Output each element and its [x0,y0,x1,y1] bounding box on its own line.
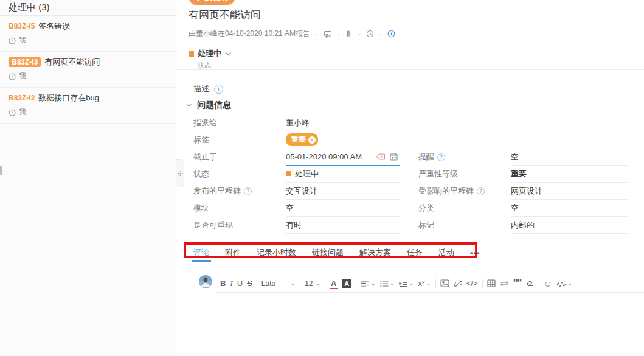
italic-button[interactable]: I [230,279,232,288]
insert-link-button[interactable] [454,279,462,288]
horizontal-rule-button[interactable] [500,280,509,287]
tab-activity[interactable]: 活动 [438,243,454,262]
code-button[interactable]: </> [466,279,478,288]
issue-id: B83Z-I5 [9,22,35,30]
tab-attachments[interactable]: 附件 [225,243,241,262]
comment-icon[interactable] [324,30,332,38]
clock-icon [9,109,16,116]
eraser-icon [525,279,535,287]
field-row: 是否可重现 有时 [193,217,400,234]
status-color-square [286,171,291,176]
tab-tasks[interactable]: 任务 [407,243,423,262]
strikethrough-button[interactable]: S [247,279,252,288]
toolbar-divider [356,279,356,288]
issue-detail-panel: B83Z-I3 有网页不能访问 由董小峰在04-10-2020 10:21 AM… [176,0,644,356]
status-dropdown[interactable]: 处理中 [189,48,644,59]
field-label: 截止于 [193,152,286,162]
field-row: 分类 空 [418,200,628,217]
highlight-color-button[interactable]: A [342,279,351,288]
field-row: 截止于 05-01-2020 09:00 AM [193,148,400,166]
link-icon [454,279,462,288]
panel-resize-handle[interactable] [176,159,184,187]
underline-button[interactable]: U [237,279,243,288]
description-label: 描述 [193,83,209,94]
issue-id: B83Z-I2 [9,94,35,102]
issue-list-item[interactable]: B83Z-I5 签名错误 我 [0,16,176,52]
drag-dots-icon [178,171,183,176]
align-left-icon [361,280,369,287]
field-value-flag[interactable]: 内部的 [511,217,628,234]
font-family-select[interactable]: Lato ⌄ [261,279,296,288]
issue-list-item-selected[interactable]: B83Z-I3 有网页不能访问 我 [0,52,176,88]
field-row: 受影响的里程碑 ? 网页设计 [418,183,628,200]
issue-list-item[interactable]: B83Z-I2 数据接口存在bug 我 [0,88,176,124]
issue-info-section-header[interactable]: 问题信息 [184,100,231,111]
issue-list-sidebar: 处理中 (3) B83Z-I5 签名错误 我 B83Z-I3 有网页不能访问 我 [0,0,176,356]
align-button[interactable]: ⌄ [361,280,375,287]
due-date-input[interactable]: 05-01-2020 09:00 AM [286,148,400,166]
field-label: 模块 [193,203,286,214]
status-bar: 处理中 状态 [176,44,644,70]
field-value-tags[interactable]: 重要 × [286,131,400,148]
chevron-down-icon [225,52,232,56]
scroll-indicator[interactable] [0,166,2,175]
insert-image-button[interactable] [440,279,449,287]
field-value-severity[interactable]: 重要 [511,166,628,183]
field-value-affected-milestone[interactable]: 网页设计 [511,183,628,200]
field-row: 指派给 董小峰 [193,114,400,131]
remove-tag-icon[interactable]: × [308,136,316,144]
toolbar-divider [435,279,436,288]
signature-button[interactable]: ⌄ [556,281,572,287]
clock-icon [9,37,16,44]
list-button[interactable]: ⌄ [380,280,395,287]
fields-right-column: 提醒 ? 空 严重性等级 重要 受影响的里程碑 ? 网页设计 分类 空 [418,148,628,234]
issue-title: 签名错误 [38,21,70,32]
help-icon[interactable]: ? [477,187,485,195]
field-value-module[interactable]: 空 [286,200,400,217]
tag-pill: 重要 × [286,133,318,146]
timer-icon[interactable] [366,30,374,38]
insert-table-button[interactable] [487,279,496,287]
tab-resolution[interactable]: 解决方案 [359,243,391,262]
comment-editor: B I U S Lato ⌄ 12 ⌄ A A [215,274,644,351]
font-color-button[interactable]: A [330,279,338,288]
status-caption: 状态 [198,61,644,70]
chevron-down-icon: ⌄ [316,281,320,286]
field-label: 提醒 [418,152,434,162]
font-size-select[interactable]: 12 ⌄ [305,279,320,288]
attachment-icon[interactable] [345,30,353,38]
issue-info-title: 问题信息 [197,100,231,111]
clear-date-icon[interactable] [376,153,385,160]
chevron-down-icon: ⌄ [291,281,296,286]
issue-title: 有网页不能访问 [44,57,100,68]
issue-assignee: 我 [19,107,26,117]
add-description-button[interactable]: + [214,85,223,94]
status-color-square [189,51,194,57]
clear-format-button[interactable] [525,279,535,287]
toolbar-divider [325,279,325,288]
field-value-release-milestone[interactable]: 交互设计 [286,183,400,200]
field-value-reminder[interactable]: 空 [511,148,628,166]
field-label: 是否可重现 [193,220,286,231]
blockquote-button[interactable]: ”” [513,281,521,287]
help-icon[interactable]: ? [244,187,252,195]
status-value: 处理中 [198,48,221,59]
image-icon [440,279,449,287]
field-value-status[interactable]: 处理中 [286,166,400,183]
emoji-button[interactable]: ☺ [544,279,552,288]
tab-linked-issues[interactable]: 链接问题 [312,243,344,262]
superscript-button[interactable]: x² ⌄ [418,279,431,288]
indent-button[interactable]: ⌄ [399,280,414,287]
issue-title: 数据接口存在bug [38,92,99,103]
calendar-icon[interactable] [390,153,398,161]
tab-more[interactable]: ••• [470,243,480,262]
tab-log-hours[interactable]: 记录小时数 [257,243,296,262]
bold-button[interactable]: B [220,279,226,288]
help-icon[interactable]: ? [437,153,445,161]
toolbar-divider [539,279,539,288]
field-value-reproducible[interactable]: 有时 [286,217,400,234]
field-value-classification[interactable]: 空 [511,200,628,217]
tab-comments[interactable]: 评论 [193,243,209,262]
info-icon[interactable] [387,30,395,38]
field-value-assignee[interactable]: 董小峰 [286,114,400,131]
